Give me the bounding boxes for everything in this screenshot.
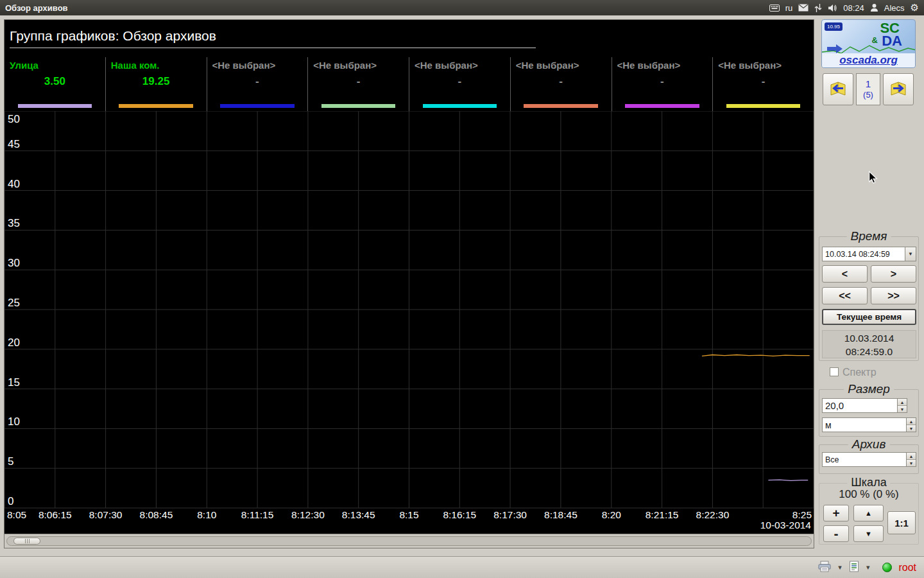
prev-page-button[interactable]	[823, 73, 853, 105]
svg-text:40: 40	[8, 178, 20, 190]
size-spin-down-icon[interactable]: ▼	[898, 406, 907, 412]
svg-text:8:06:15: 8:06:15	[38, 509, 72, 520]
shift-down-button[interactable]: ▼	[853, 525, 884, 542]
size-spin-up-icon[interactable]: ▲	[898, 399, 907, 406]
size-unit-down-icon[interactable]: ▼	[907, 425, 916, 432]
time-jump-back-button[interactable]: <<	[822, 287, 868, 304]
archive-down-icon[interactable]: ▼	[907, 460, 916, 466]
title-underline	[10, 48, 536, 48]
legend-item[interactable]: <Не выбран>-	[511, 57, 612, 111]
datetime-display: 10.03.2014 08:24:59.0	[822, 330, 916, 358]
spectrum-label: Спектр	[843, 367, 877, 378]
user-label[interactable]: Alecs	[884, 3, 905, 13]
size-group-title: Размер	[844, 382, 894, 396]
trend-plot[interactable]: 051015202530354045508:058:06:158:07:308:…	[4, 111, 814, 534]
legend-item[interactable]: <Не выбран>-	[409, 57, 511, 111]
time-group-title: Время	[847, 229, 891, 243]
legend-item[interactable]: Наша ком.19.25	[106, 57, 207, 111]
legend-item-name: <Не выбран>	[516, 60, 606, 71]
scrollbar-track[interactable]	[6, 536, 812, 546]
legend-item[interactable]: <Не выбран>-	[308, 57, 409, 111]
size-spinbox[interactable]: 20,0 ▲ ▼	[822, 398, 907, 413]
legend-item-name: Улица	[10, 60, 100, 71]
user-icon[interactable]	[870, 3, 878, 12]
archive-up-icon[interactable]: ▲	[907, 453, 916, 460]
horizontal-scrollbar[interactable]	[4, 534, 814, 548]
shift-up-button[interactable]: ▲	[853, 505, 884, 521]
time-combobox-dropdown-icon[interactable]: ▼	[905, 247, 916, 261]
legend-item[interactable]: Улица3.50	[4, 57, 106, 111]
legend-item-name: <Не выбран>	[718, 60, 809, 71]
one-to-one-button[interactable]: 1:1	[887, 511, 916, 534]
legend-item-name: <Не выбран>	[617, 60, 708, 71]
legend-item-value: -	[415, 75, 505, 88]
legend-item[interactable]: <Не выбран>-	[713, 57, 814, 111]
mouse-cursor	[868, 171, 879, 184]
oscada-logo: 10.95 SC & DA oscada.org	[821, 19, 916, 68]
zoom-out-button[interactable]: -	[823, 525, 849, 542]
legend-item[interactable]: <Не выбран>-	[207, 57, 309, 111]
time-combobox[interactable]: 10.03.14 08:24:59 ▼	[822, 247, 916, 261]
export-icon[interactable]	[848, 561, 860, 575]
print-icon[interactable]	[817, 561, 832, 575]
book-arrow-left-icon	[827, 78, 849, 100]
page-total: (5)	[863, 89, 873, 100]
archive-combobox[interactable]: Все ▲ ▼	[822, 452, 916, 467]
legend-row: Улица3.50Наша ком.19.25<Не выбран>-<Не в…	[4, 57, 814, 111]
current-time-button[interactable]: Текущее время	[822, 309, 916, 325]
page-current: 1	[866, 78, 871, 89]
size-unit-up-icon[interactable]: ▲	[907, 418, 916, 425]
archive-combobox-value[interactable]: Все	[823, 453, 906, 466]
volume-icon[interactable]	[828, 4, 837, 12]
svg-text:35: 35	[8, 217, 20, 229]
next-page-button[interactable]	[883, 73, 914, 105]
svg-text:8:13:45: 8:13:45	[342, 509, 375, 520]
legend-item-value: -	[313, 75, 404, 88]
legend-color-bar	[18, 104, 92, 108]
legend-item-name: <Не выбран>	[212, 60, 303, 71]
svg-text:8:15: 8:15	[399, 509, 418, 520]
svg-text:8:12:30: 8:12:30	[291, 509, 325, 520]
mail-icon[interactable]	[798, 4, 809, 12]
time-jump-forward-button[interactable]: >>	[871, 287, 916, 304]
zoom-in-button[interactable]: +	[823, 505, 849, 521]
size-spinbox-value[interactable]: 20,0	[823, 399, 897, 412]
trend-group-panel: Группа графиков: Обзор архивов Улица3.50…	[4, 19, 814, 548]
svg-text:8:25: 8:25	[792, 509, 812, 520]
time-step-forward-button[interactable]: >	[871, 265, 916, 283]
legend-item-value: -	[718, 75, 809, 88]
archive-group-title: Архив	[848, 437, 890, 451]
svg-text:45: 45	[8, 138, 20, 150]
svg-text:8:21:15: 8:21:15	[646, 509, 679, 520]
size-unit-combobox[interactable]: м ▲ ▼	[822, 417, 916, 432]
svg-text:0: 0	[8, 495, 13, 507]
export-dropdown-icon[interactable]: ▾	[866, 563, 870, 572]
current-user-label: root	[898, 562, 916, 574]
svg-text:10-03-2014: 10-03-2014	[760, 520, 812, 530]
datetime-display-time: 08:24:59.0	[823, 345, 916, 358]
gear-icon[interactable]: ⚙	[911, 2, 919, 13]
print-dropdown-icon[interactable]: ▾	[838, 563, 842, 572]
clock-label[interactable]: 08:24	[843, 3, 864, 13]
svg-text:20: 20	[8, 337, 20, 349]
spectrum-checkbox[interactable]	[830, 367, 839, 376]
legend-color-bar	[119, 104, 193, 108]
time-combobox-value[interactable]: 10.03.14 08:24:59	[823, 247, 905, 261]
status-led	[882, 563, 892, 572]
scrollbar-thumb[interactable]	[13, 538, 40, 545]
keyboard-layout-label[interactable]: ru	[785, 3, 793, 13]
logo-version: 10.95	[825, 22, 843, 31]
network-updown-icon[interactable]	[814, 4, 822, 12]
top-panel: Обзор архивов ru 08:24 Alecs ⚙	[0, 0, 924, 15]
legend-item[interactable]: <Не выбран>-	[612, 57, 714, 111]
size-unit-value[interactable]: м	[823, 418, 906, 432]
svg-text:8:08:45: 8:08:45	[140, 509, 173, 520]
svg-text:8:16:15: 8:16:15	[443, 509, 476, 520]
page-indicator[interactable]: 1 (5)	[856, 73, 880, 105]
svg-text:8:22:30: 8:22:30	[696, 509, 730, 520]
time-step-back-button[interactable]: <	[822, 265, 868, 283]
svg-text:15: 15	[8, 376, 20, 389]
keyboard-layout-icon[interactable]	[769, 4, 780, 12]
chart-group-title: Группа графиков: Обзор архивов	[4, 20, 814, 57]
svg-text:8:20: 8:20	[602, 509, 622, 520]
